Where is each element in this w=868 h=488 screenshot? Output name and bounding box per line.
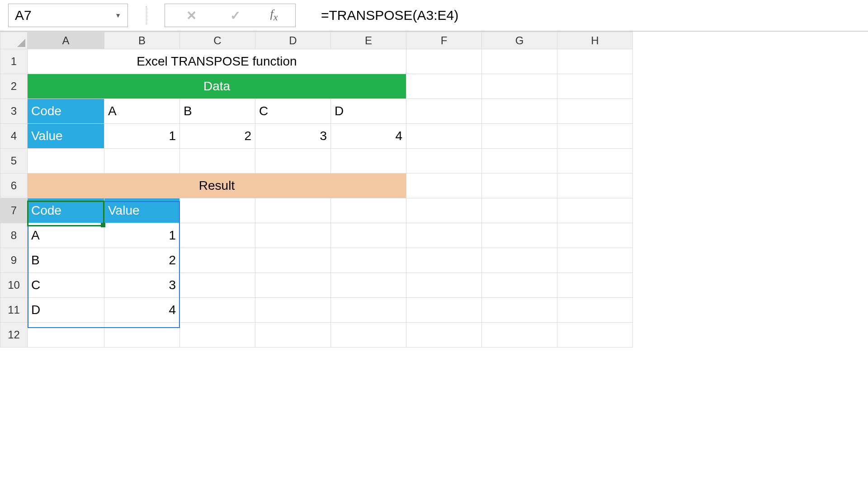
cell-A2[interactable]: Data: [28, 74, 406, 99]
cell-C9[interactable]: [180, 248, 255, 273]
cell-G10[interactable]: [482, 273, 557, 298]
col-header-H[interactable]: H: [557, 32, 633, 49]
cell-H12[interactable]: [557, 323, 633, 347]
cell-G8[interactable]: [482, 223, 557, 248]
cell-C11[interactable]: [180, 298, 255, 323]
cell-G1[interactable]: [482, 49, 557, 74]
row-header-5[interactable]: 5: [0, 149, 28, 174]
cell-E12[interactable]: [331, 323, 406, 347]
cell-E8[interactable]: [331, 223, 406, 248]
row-header-8[interactable]: 8: [0, 223, 28, 248]
cell-F6[interactable]: [406, 174, 482, 198]
row-header-4[interactable]: 4: [0, 124, 28, 149]
cell-C4[interactable]: 2: [180, 124, 255, 149]
spreadsheet-grid[interactable]: A B C D E F G H 1 Excel TRANSPOSE functi…: [0, 32, 868, 347]
cell-F11[interactable]: [406, 298, 482, 323]
cell-B4[interactable]: 1: [104, 124, 180, 149]
cell-G3[interactable]: [482, 99, 557, 124]
cell-G7[interactable]: [482, 198, 557, 223]
select-all-corner[interactable]: [0, 32, 28, 49]
cell-F10[interactable]: [406, 273, 482, 298]
row-header-2[interactable]: 2: [0, 74, 28, 99]
cell-C5[interactable]: [180, 149, 255, 174]
cell-B5[interactable]: [104, 149, 180, 174]
cell-F1[interactable]: [406, 49, 482, 74]
cell-F5[interactable]: [406, 149, 482, 174]
row-header-1[interactable]: 1: [0, 49, 28, 74]
row-header-9[interactable]: 9: [0, 248, 28, 273]
row-header-10[interactable]: 10: [0, 273, 28, 298]
cell-B3[interactable]: A: [104, 99, 180, 124]
cell-F8[interactable]: [406, 223, 482, 248]
cell-D5[interactable]: [255, 149, 331, 174]
cell-F3[interactable]: [406, 99, 482, 124]
cell-E4[interactable]: 4: [331, 124, 406, 149]
row-header-12[interactable]: 12: [0, 323, 28, 347]
cell-D12[interactable]: [255, 323, 331, 347]
cell-F7[interactable]: [406, 198, 482, 223]
cell-E5[interactable]: [331, 149, 406, 174]
cell-F2[interactable]: [406, 74, 482, 99]
cell-B9[interactable]: 2: [104, 248, 180, 273]
cell-G11[interactable]: [482, 298, 557, 323]
col-header-E[interactable]: E: [331, 32, 406, 49]
row-header-3[interactable]: 3: [0, 99, 28, 124]
name-box[interactable]: A7 ▼: [8, 4, 128, 27]
cell-D8[interactable]: [255, 223, 331, 248]
cell-E10[interactable]: [331, 273, 406, 298]
cell-F12[interactable]: [406, 323, 482, 347]
col-header-F[interactable]: F: [406, 32, 482, 49]
cell-G9[interactable]: [482, 248, 557, 273]
cell-A12[interactable]: [28, 323, 104, 347]
cell-H6[interactable]: [557, 174, 633, 198]
row-header-6[interactable]: 6: [0, 174, 28, 198]
cell-D4[interactable]: 3: [255, 124, 331, 149]
cell-D11[interactable]: [255, 298, 331, 323]
cell-F4[interactable]: [406, 124, 482, 149]
cell-E3[interactable]: D: [331, 99, 406, 124]
col-header-A[interactable]: A: [28, 32, 104, 49]
col-header-B[interactable]: B: [104, 32, 180, 49]
cell-C10[interactable]: [180, 273, 255, 298]
cell-H2[interactable]: [557, 74, 633, 99]
cell-G4[interactable]: [482, 124, 557, 149]
row-header-7[interactable]: 7: [0, 198, 28, 223]
cell-H5[interactable]: [557, 149, 633, 174]
cell-H10[interactable]: [557, 273, 633, 298]
cell-C12[interactable]: [180, 323, 255, 347]
cell-A4[interactable]: Value: [28, 124, 104, 149]
col-header-D[interactable]: D: [255, 32, 331, 49]
cell-G2[interactable]: [482, 74, 557, 99]
cell-H4[interactable]: [557, 124, 633, 149]
cell-B12[interactable]: [104, 323, 180, 347]
cell-H11[interactable]: [557, 298, 633, 323]
cell-H7[interactable]: [557, 198, 633, 223]
col-header-C[interactable]: C: [180, 32, 255, 49]
cell-A6[interactable]: Result: [28, 174, 406, 198]
cell-D10[interactable]: [255, 273, 331, 298]
cell-B11[interactable]: 4: [104, 298, 180, 323]
cell-G12[interactable]: [482, 323, 557, 347]
cell-F9[interactable]: [406, 248, 482, 273]
cell-A1[interactable]: Excel TRANSPOSE function: [28, 49, 406, 74]
fx-icon[interactable]: fx: [270, 7, 278, 23]
cell-H9[interactable]: [557, 248, 633, 273]
cell-C7[interactable]: [180, 198, 255, 223]
cell-E9[interactable]: [331, 248, 406, 273]
cell-H8[interactable]: [557, 223, 633, 248]
cell-G6[interactable]: [482, 174, 557, 198]
cell-D3[interactable]: C: [255, 99, 331, 124]
cell-A9[interactable]: B: [28, 248, 104, 273]
cell-D7[interactable]: [255, 198, 331, 223]
cell-A11[interactable]: D: [28, 298, 104, 323]
cell-B8[interactable]: 1: [104, 223, 180, 248]
col-header-G[interactable]: G: [482, 32, 557, 49]
cell-H3[interactable]: [557, 99, 633, 124]
cell-D9[interactable]: [255, 248, 331, 273]
formula-input[interactable]: =TRANSPOSE(A3:E4): [314, 8, 860, 23]
cell-C3[interactable]: B: [180, 99, 255, 124]
chevron-down-icon[interactable]: ▼: [115, 12, 121, 19]
cell-H1[interactable]: [557, 49, 633, 74]
cell-B10[interactable]: 3: [104, 273, 180, 298]
cell-G5[interactable]: [482, 149, 557, 174]
